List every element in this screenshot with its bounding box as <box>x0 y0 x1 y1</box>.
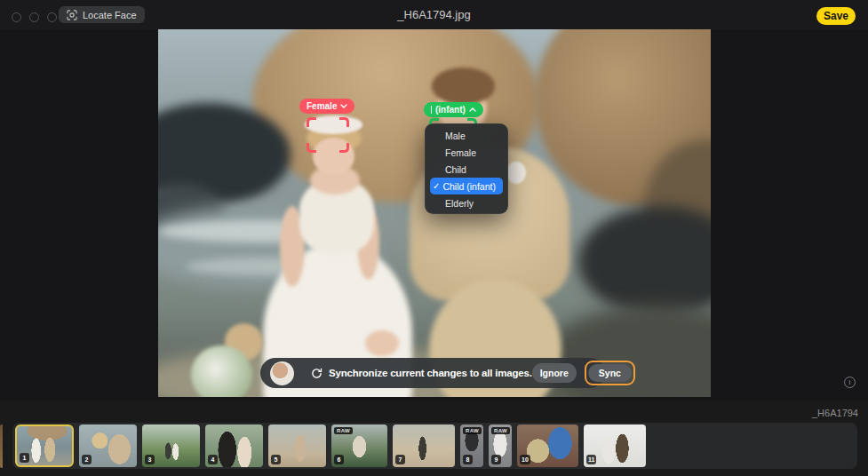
bracket-corner <box>339 143 349 153</box>
thumbnail-number: 8 <box>463 455 473 464</box>
raw-badge: RAW <box>491 427 510 434</box>
sync-message: Synchronize current changes to all image… <box>329 368 532 378</box>
thumbnail-number: 10 <box>520 455 530 464</box>
dropdown-item-child[interactable]: Child <box>426 162 507 178</box>
main-photo-canvas: Female (infant) Male Female Child ✓ <box>158 29 711 397</box>
info-icon[interactable]: i <box>844 377 856 388</box>
dropdown-item-elderly[interactable]: Elderly <box>426 194 507 211</box>
bracket-corner <box>339 117 349 127</box>
thumbnail-4[interactable]: 4 <box>205 424 263 467</box>
refresh-icon <box>311 368 323 379</box>
chevron-down-icon <box>340 104 347 108</box>
thumbnail-9[interactable]: RAW 9 <box>489 424 512 467</box>
dropdown-item-female[interactable]: Female <box>426 145 507 162</box>
thumbnail-3[interactable]: 3 <box>142 424 200 467</box>
ignore-button[interactable]: Ignore <box>532 363 577 383</box>
thumbnail-10[interactable]: 10 <box>517 424 578 467</box>
face-type-dropdown: Male Female Child ✓ Child (infant) Elder… <box>425 123 508 214</box>
face-label-infant[interactable]: (infant) <box>424 102 483 117</box>
filmstrip-panel: _H6A1794 1 2 3 4 5 RAW 6 7 RAW 8 RAW <box>0 401 868 476</box>
dropdown-item-label: Elderly <box>445 198 474 209</box>
raw-badge: RAW <box>463 427 482 434</box>
sync-label: Sync <box>599 368 621 378</box>
filmstrip-track[interactable]: 1 2 3 4 5 RAW 6 7 RAW 8 RAW 9 10 <box>12 423 857 469</box>
face-bracket-female[interactable] <box>307 117 349 153</box>
bracket-corner <box>307 117 316 127</box>
dropdown-item-label: Female <box>445 147 476 158</box>
thumbnail-1[interactable]: 1 <box>15 424 74 467</box>
thumbnail-number: 11 <box>586 455 596 464</box>
dropdown-item-male[interactable]: Male <box>426 128 507 145</box>
thumbnail-8[interactable]: RAW 8 <box>460 424 483 467</box>
thumbnail-11[interactable]: 11 <box>584 424 646 467</box>
thumbnail-partial[interactable] <box>0 424 3 468</box>
thumbnail-6[interactable]: RAW 6 <box>331 424 387 467</box>
thumbnail-number: 1 <box>20 453 29 463</box>
sync-button[interactable]: Sync <box>588 364 632 382</box>
thumbnail-number: 6 <box>334 455 344 464</box>
face-label-infant-text: (infant) <box>435 105 466 115</box>
face-label-female-text: Female <box>307 101 337 111</box>
dropdown-item-label: Male <box>445 131 466 141</box>
groom-boutonniere <box>506 162 526 184</box>
bracket-corner <box>307 143 316 153</box>
dropdown-item-label: Child <box>445 164 466 175</box>
ignore-label: Ignore <box>540 368 569 378</box>
text-cursor <box>431 106 432 114</box>
thumbnail-number: 5 <box>271 455 281 464</box>
thumbnail-number: 2 <box>82 455 92 464</box>
thumbnail-number: 3 <box>145 455 155 464</box>
groom-hair <box>432 67 496 104</box>
top-toolbar: Locate Face _H6A1794.jpg Save <box>0 0 868 29</box>
photo-rock-dark-right <box>578 206 711 316</box>
thumbnail-number: 7 <box>395 455 405 464</box>
save-button[interactable]: Save <box>816 7 856 25</box>
chevron-up-icon <box>469 107 476 112</box>
page-title: _H6A1794.jpg <box>0 8 868 21</box>
thumbnail-7[interactable]: 7 <box>393 424 455 467</box>
thumbnail-2[interactable]: 2 <box>79 424 137 467</box>
check-icon: ✓ <box>433 182 440 191</box>
holding-hands <box>365 330 398 356</box>
sync-button-highlight[interactable]: Sync <box>585 361 635 385</box>
face-label-female[interactable]: Female <box>299 99 354 114</box>
raw-badge: RAW <box>334 427 353 434</box>
thumbnail-5[interactable]: 5 <box>268 424 326 467</box>
dropdown-item-label: Child (infant) <box>442 181 496 192</box>
thumbnail-number: 9 <box>491 455 501 464</box>
dropdown-item-child-infant[interactable]: ✓ Child (infant) <box>430 178 503 194</box>
info-glyph: i <box>849 378 851 386</box>
current-file-name: _H6A1794 <box>812 408 858 418</box>
bouquet <box>191 345 251 397</box>
sync-notification-bar: Synchronize current changes to all image… <box>260 358 605 388</box>
thumbnail-number: 4 <box>208 455 218 464</box>
save-label: Save <box>824 10 848 22</box>
avatar <box>270 361 294 385</box>
